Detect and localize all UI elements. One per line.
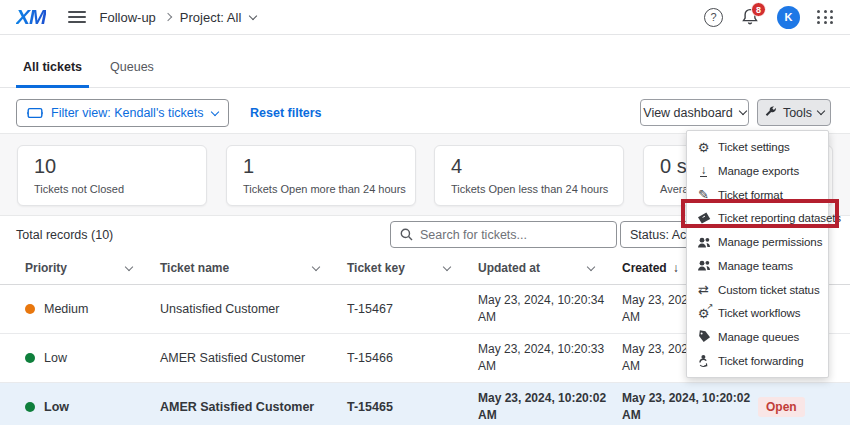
status-cell: Open <box>758 397 850 417</box>
menu-item-label: Ticket forwarding <box>718 355 803 367</box>
search-icon <box>400 228 413 241</box>
created-cell: May 23, 2024, 10:20:02 AM <box>622 390 758 425</box>
search-box[interactable] <box>390 221 617 248</box>
column-label: Priority <box>25 261 67 275</box>
total-records-label: Total records (10) <box>16 228 113 242</box>
tab-queues[interactable]: Queues <box>103 60 161 87</box>
priority-label: Medium <box>44 302 88 316</box>
column-label: Created <box>622 261 667 275</box>
stat-label: Tickets Open more than 24 hours <box>243 183 399 195</box>
priority-dot <box>25 353 35 363</box>
table-row-selected[interactable]: Low AMER Satisfied Customer T-15465 May … <box>0 383 850 425</box>
chevron-right-icon <box>164 13 172 21</box>
stat-card-tickets-not-closed: 10 Tickets not Closed <box>17 145 207 206</box>
filter-view-label: Filter view: Kendall's tickets <box>51 106 203 120</box>
stat-label: Tickets Open less than 24 hours <box>451 183 607 195</box>
chevron-down-icon <box>249 11 257 19</box>
stat-card-open-less-24h: 4 Tickets Open less than 24 hours <box>434 145 624 206</box>
chevron-down-icon <box>817 107 825 115</box>
people-icon <box>695 259 712 272</box>
ticket-name-cell: AMER Satisfied Customer <box>160 400 347 414</box>
priority-label: Low <box>44 351 67 365</box>
menu-item-label: Manage permissions <box>718 236 822 248</box>
menu-item-label: Ticket format <box>718 189 783 201</box>
menu-item-ticket-reporting-datasets[interactable]: Ticket reporting datasets <box>687 207 828 230</box>
stat-card-open-more-24h: 1 Tickets Open more than 24 hours <box>226 145 416 206</box>
menu-item-custom-ticket-status[interactable]: ⇄ Custom ticket status <box>687 278 828 301</box>
priority-cell: Low <box>25 351 160 365</box>
updated-at-cell: May 23, 2024, 10:20:33 AM <box>478 341 622 376</box>
column-label: Ticket key <box>347 261 405 275</box>
breadcrumb-project-name[interactable]: Follow-up <box>100 10 156 25</box>
download-icon: ↓ <box>695 165 712 177</box>
breadcrumb-project-selector[interactable]: Project: All <box>180 10 241 25</box>
person-forward-icon <box>695 354 712 368</box>
menu-item-ticket-forwarding[interactable]: Ticket forwarding <box>687 349 828 372</box>
sort-descending-icon[interactable]: ↓ <box>673 261 679 275</box>
menu-item-ticket-format[interactable]: ✎ Ticket format <box>687 183 828 206</box>
chevron-down-icon[interactable] <box>443 262 451 270</box>
ticket-key-cell: T-15467 <box>347 302 478 316</box>
priority-cell: Medium <box>25 302 160 316</box>
column-header-ticket-name[interactable]: Ticket name <box>160 261 347 275</box>
chevron-down-icon <box>738 107 746 115</box>
menu-item-label: Ticket settings <box>718 141 790 153</box>
status-badge: Open <box>758 397 805 417</box>
reset-filters-link[interactable]: Reset filters <box>250 106 322 120</box>
ticket-icon <box>695 211 712 225</box>
chevron-down-icon[interactable] <box>125 262 133 270</box>
menu-item-label: Custom ticket status <box>718 284 820 296</box>
priority-label: Low <box>44 400 69 414</box>
hamburger-menu-icon[interactable] <box>68 11 86 23</box>
priority-dot <box>25 304 35 314</box>
ticket-icon <box>27 106 43 120</box>
menu-item-ticket-workflows[interactable]: ⚙↗ Ticket workflows <box>687 302 828 325</box>
column-header-updated-at[interactable]: Updated at <box>478 261 622 275</box>
view-dashboard-button[interactable]: View dashboard <box>640 99 749 126</box>
priority-dot <box>25 402 35 412</box>
gear-icon: ⚙ <box>695 140 712 155</box>
updated-at-cell: May 23, 2024, 10:20:34 AM <box>478 292 622 327</box>
people-icon <box>695 236 712 249</box>
column-header-priority[interactable]: Priority <box>25 261 160 275</box>
wrench-icon <box>764 106 777 119</box>
ticket-key-cell: T-15466 <box>347 351 478 365</box>
filter-row: Filter view: Kendall's tickets Reset fil… <box>0 88 850 133</box>
menu-item-ticket-settings[interactable]: ⚙ Ticket settings <box>687 136 828 159</box>
stat-value: 1 <box>243 155 399 178</box>
stat-value: 4 <box>451 155 607 178</box>
ticket-name-cell: AMER Satisfied Customer <box>160 351 347 365</box>
pencil-icon: ✎ <box>695 187 712 202</box>
avatar[interactable]: K <box>777 6 800 29</box>
priority-cell: Low <box>25 400 160 414</box>
chevron-down-icon[interactable] <box>312 262 320 270</box>
xm-logo: XM <box>16 5 46 29</box>
menu-item-manage-exports[interactable]: ↓ Manage exports <box>687 159 828 182</box>
help-icon[interactable]: ? <box>704 8 723 27</box>
ticket-name-cell: Unsatisfied Customer <box>160 302 347 316</box>
stat-label: Tickets not Closed <box>34 183 190 195</box>
filter-view-dropdown[interactable]: Filter view: Kendall's tickets <box>16 99 229 127</box>
notification-count-badge: 8 <box>751 2 766 17</box>
tools-dropdown-menu: ⚙ Ticket settings ↓ Manage exports ✎ Tic… <box>686 130 829 378</box>
menu-item-manage-permissions[interactable]: Manage permissions <box>687 231 828 254</box>
column-header-ticket-key[interactable]: Ticket key <box>347 261 478 275</box>
menu-item-label: Manage queues <box>718 331 799 343</box>
gear-arrow-icon: ⚙↗ <box>695 306 712 321</box>
notifications-bell[interactable]: 8 <box>740 7 760 27</box>
view-dashboard-label: View dashboard <box>643 106 732 120</box>
swap-arrows-icon: ⇄ <box>695 282 712 297</box>
menu-item-label: Manage exports <box>718 165 799 177</box>
top-navigation-bar: XM Follow-up Project: All ? 8 K <box>0 0 850 35</box>
menu-item-manage-teams[interactable]: Manage teams <box>687 254 828 277</box>
updated-at-cell: May 23, 2024, 10:20:02 AM <box>478 390 622 425</box>
search-input[interactable] <box>420 228 607 242</box>
chevron-down-icon[interactable] <box>587 262 595 270</box>
menu-item-manage-queues[interactable]: Manage queues <box>687 325 828 348</box>
menu-item-label: Ticket reporting datasets <box>718 212 841 224</box>
tools-label: Tools <box>783 106 812 120</box>
app-grid-icon[interactable] <box>817 10 834 24</box>
tools-button[interactable]: Tools <box>757 99 831 126</box>
ticket-key-cell: T-15465 <box>347 400 478 414</box>
tab-all-tickets[interactable]: All tickets <box>16 60 89 87</box>
